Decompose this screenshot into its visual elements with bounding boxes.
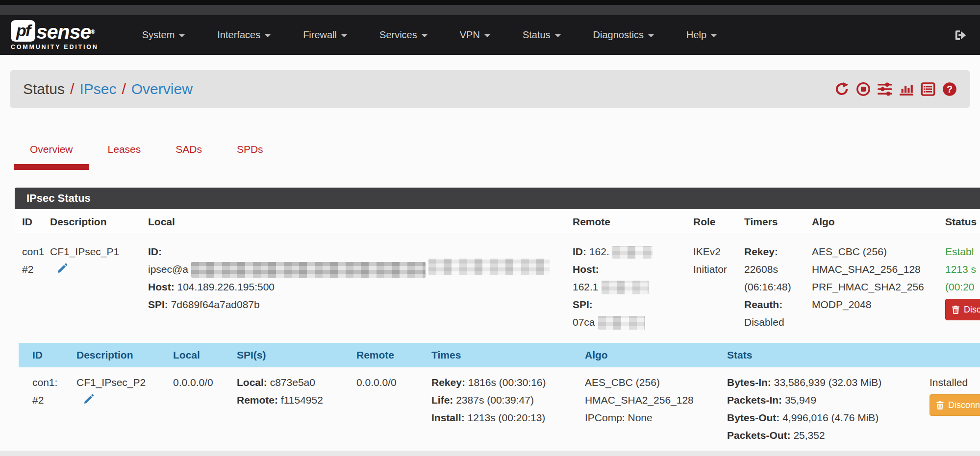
cell-description: CF1_IPsec_P2	[72, 367, 168, 450]
nav-item-vpn[interactable]: VPN	[444, 15, 506, 55]
ike-sa-row: con1 #2 CF1_IPsec_P1 ID: ips	[15, 235, 980, 337]
main-content: Status / IPsec / Overview	[0, 55, 980, 451]
svg-text:?: ?	[947, 84, 953, 95]
state-installed: Installed	[930, 374, 980, 391]
nav-item-interfaces[interactable]: Interfaces	[201, 15, 287, 55]
col-header-description: Description	[45, 209, 143, 235]
disconnect-button[interactable]: Disconnect	[945, 299, 980, 320]
cell-description: CF1_IPsec_P1	[45, 235, 143, 337]
ipsec-status-panel: IPsec Status ID Description Local Remote…	[15, 188, 980, 450]
redacted-local-id	[428, 259, 550, 275]
log-list-icon[interactable]	[921, 82, 935, 96]
help-icon[interactable]: ?	[942, 82, 957, 96]
col-header-id: ID	[15, 209, 45, 235]
ike-header-row: ID Description Local Remote Role Timers …	[15, 209, 980, 235]
col-header-times: Times	[427, 343, 580, 367]
tab-leases[interactable]: Leases	[92, 138, 157, 170]
tab-overview[interactable]: Overview	[14, 138, 89, 170]
chevron-down-icon	[484, 34, 490, 37]
cell-state: Installed Disconnect	[925, 367, 980, 450]
redacted-remote-spi	[598, 316, 645, 330]
trash-icon	[936, 401, 944, 410]
breadcrumb: Status / IPsec / Overview	[10, 70, 970, 108]
chevron-down-icon	[555, 34, 561, 37]
tab-sads[interactable]: SADs	[159, 138, 218, 170]
chevron-down-icon	[341, 34, 347, 37]
chevron-down-icon	[265, 34, 271, 37]
sign-out-icon[interactable]	[954, 28, 967, 42]
child-sa-table: ID Description Local SPI(s) Remote Times…	[19, 343, 980, 450]
nav-item-services[interactable]: Services	[363, 15, 444, 55]
cell-local: 0.0.0.0/0	[168, 367, 232, 450]
tab-spds[interactable]: SPDs	[221, 138, 279, 170]
chevron-down-icon	[422, 34, 427, 37]
cell-local: ID: ipsec@a Host: 104.189.226.195:500 SP…	[143, 235, 568, 337]
cell-status: Establ 1213 s (00:20 Disconnect	[940, 235, 980, 337]
nav-item-system[interactable]: System	[126, 15, 201, 55]
cell-stats: Bytes-In: 33,586,939 (32.03 MiB) Packets…	[722, 367, 925, 450]
registered-mark: ®	[91, 28, 95, 35]
col-header-remote: Remote	[352, 343, 427, 367]
breadcrumb-link-ipsec[interactable]: IPsec	[79, 81, 116, 97]
cell-remote: 0.0.0.0/0	[352, 367, 427, 450]
top-navbar: pf sense® COMMUNITY EDITION System Inter…	[0, 15, 980, 55]
filter-sliders-icon[interactable]	[878, 82, 892, 96]
nav-menu: System Interfaces Firewall Services VPN …	[126, 15, 733, 55]
chevron-down-icon	[648, 34, 654, 37]
pfsense-logo[interactable]: pf sense® COMMUNITY EDITION	[11, 20, 99, 50]
stop-icon[interactable]	[856, 82, 871, 96]
col-header-remote: Remote	[568, 209, 688, 235]
chevron-down-icon	[711, 34, 717, 37]
page-tabs: Overview Leases SADs SPDs	[14, 138, 980, 170]
redacted-remote-id	[612, 246, 653, 259]
logo-sense-text: sense®	[36, 22, 95, 42]
disconnect-button[interactable]: Disconnect	[930, 394, 980, 416]
col-header-id: ID	[19, 343, 72, 367]
edit-pencil-icon[interactable]	[57, 263, 68, 274]
col-header-description: Description	[72, 343, 168, 367]
nav-item-status[interactable]: Status	[506, 15, 577, 55]
child-header-row: ID Description Local SPI(s) Remote Times…	[19, 343, 980, 367]
col-header-actions	[925, 343, 980, 367]
edit-pencil-icon[interactable]	[83, 393, 95, 405]
col-header-role: Role	[688, 209, 739, 235]
top-black-strip	[0, 0, 980, 5]
cell-id: con1 #2	[15, 235, 45, 337]
refresh-icon[interactable]	[834, 82, 849, 96]
col-header-algo: Algo	[807, 209, 940, 235]
cell-times: Rekey: 1816s (00:30:16) Life: 2387s (00:…	[427, 367, 580, 450]
cell-timers: Rekey: 22608s (06:16:48) Reauth: Disable…	[739, 235, 807, 337]
cell-id: con1: #2	[19, 367, 72, 450]
cell-spis: Local: c873e5a0 Remote: f1154952	[232, 367, 352, 450]
logo-pf-text: pf	[16, 21, 30, 40]
nav-item-help[interactable]: Help	[670, 15, 733, 55]
col-header-stats: Stats	[722, 343, 925, 367]
panel-title: IPsec Status	[15, 188, 980, 209]
header-action-icons: ?	[834, 82, 957, 96]
top-gray-strip	[0, 5, 980, 15]
trash-icon	[952, 305, 960, 314]
nav-item-firewall[interactable]: Firewall	[287, 15, 363, 55]
col-header-algo: Algo	[580, 343, 722, 367]
cell-algo: AES_CBC (256) HMAC_SHA2_256_128 PRF_HMAC…	[807, 235, 940, 337]
breadcrumb-link-overview[interactable]: Overview	[131, 81, 193, 97]
col-header-local: Local	[168, 343, 232, 367]
pfsense-logo-pf-box: pf	[11, 20, 35, 42]
col-header-timers: Timers	[739, 209, 807, 235]
status-established: Establ	[945, 243, 980, 261]
redacted-remote-host	[602, 281, 649, 294]
bar-chart-icon[interactable]	[899, 82, 914, 96]
logo-edition-text: COMMUNITY EDITION	[11, 44, 99, 50]
cell-role: IKEv2 Initiator	[688, 235, 739, 337]
breadcrumb-separator: /	[65, 81, 79, 97]
cell-algo: AES_CBC (256) HMAC_SHA2_256_128 IPComp: …	[580, 367, 722, 450]
pfsense-ipsec-status-page: pf sense® COMMUNITY EDITION System Inter…	[0, 0, 980, 456]
chevron-down-icon	[179, 34, 185, 37]
col-header-local: Local	[143, 209, 568, 235]
col-header-status: Status	[940, 209, 980, 235]
breadcrumb-separator: /	[116, 81, 131, 97]
col-header-spis: SPI(s)	[232, 343, 352, 367]
nav-item-diagnostics[interactable]: Diagnostics	[577, 15, 670, 55]
breadcrumb-root: Status	[23, 81, 65, 97]
cell-remote: ID: 162. Host: 162.1 SPI: 07ca	[568, 235, 688, 337]
